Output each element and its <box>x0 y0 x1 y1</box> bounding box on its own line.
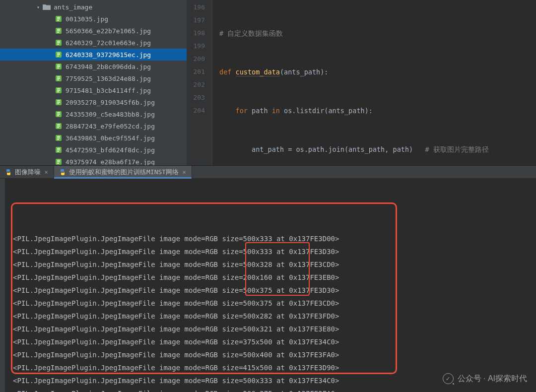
image-file-icon <box>55 134 63 141</box>
python-file-icon <box>59 169 66 176</box>
image-file-icon <box>55 15 63 22</box>
file-tree-item[interactable]: 9715481_b3cb4114ff.jpg <box>0 84 187 96</box>
editor-gutter: 196197198199200201202203204 <box>187 0 212 165</box>
line-number: 196 <box>187 1 205 14</box>
image-file-icon <box>55 99 63 106</box>
run-tabs[interactable]: 图像降噪×使用蚂蚁和蜜蜂的图片训练MINST网络× <box>0 166 536 179</box>
console-line: <PIL.JpegImagePlugin.JpegImageFile image… <box>13 310 536 323</box>
image-file-icon <box>55 75 63 82</box>
file-tree-item[interactable]: 36439863_0bec9f554f.jpg <box>0 132 187 144</box>
image-file-icon <box>55 87 63 94</box>
file-tree-item[interactable]: 6743948_2b8c096dda.jpg <box>0 61 187 72</box>
file-tree-item[interactable]: 6240329_72c01e663e.jpg <box>0 37 187 49</box>
console-line: <PIL.JpegImagePlugin.JpegImageFile image… <box>13 361 536 374</box>
console-line: <PIL.JpegImagePlugin.JpegImageFile image… <box>13 284 536 297</box>
console-line: <PIL.JpegImagePlugin.JpegImageFile image… <box>13 232 536 245</box>
line-number: 203 <box>187 91 205 104</box>
image-file-icon <box>55 111 63 118</box>
image-file-icon <box>55 123 63 130</box>
tab-label: 使用蚂蚁和蜜蜂的图片训练MINST网络 <box>69 168 179 177</box>
image-file-icon <box>55 51 63 58</box>
image-file-icon <box>55 146 63 153</box>
file-label: 45472593_bfd624f8dc.jpg <box>66 146 155 154</box>
close-icon[interactable]: × <box>182 170 187 175</box>
file-label: 7759525_1363d24e88.jpg <box>66 75 151 82</box>
file-tree-item[interactable]: 28847243_e79fe052cd.jpg <box>0 120 187 132</box>
file-tree-item[interactable]: 0013035.jpg <box>0 13 187 25</box>
code-editor[interactable]: 196197198199200201202203204 # 自定义数据集函数 d… <box>187 0 536 165</box>
line-number: 201 <box>187 65 205 78</box>
file-label: 49375974_e28ba6f17e.jpg <box>66 158 155 166</box>
file-tree-item[interactable]: 24335309_c5ea483bb8.jpg <box>0 108 187 120</box>
python-file-icon <box>5 169 12 176</box>
image-file-icon <box>55 27 63 34</box>
console-line: <PIL.JpegImagePlugin.JpegImageFile image… <box>13 348 536 361</box>
image-file-icon <box>55 39 63 46</box>
file-label: 5650366_e22b7e1065.jpg <box>66 27 151 35</box>
watermark-text: 公众号 · AI探索时代 <box>458 374 527 384</box>
upper-pane: ▾ ants_image 0013035.jpg5650366_e22b7e10… <box>0 0 536 166</box>
tool-window: 图像降噪×使用蚂蚁和蜜蜂的图片训练MINST网络× <PIL.JpegImage… <box>0 166 536 392</box>
file-tree-item[interactable]: 6240338_93729615ec.jpg <box>0 49 187 61</box>
file-label: 6240338_93729615ec.jpg <box>66 51 151 59</box>
file-tree-item[interactable]: 49375974_e28ba6f17e.jpg <box>0 156 187 165</box>
line-number: 204 <box>187 104 205 117</box>
file-tree-item[interactable]: 45472593_bfd624f8dc.jpg <box>0 144 187 156</box>
file-label: 9715481_b3cb4114ff.jpg <box>66 87 151 94</box>
file-tree-item[interactable]: 7759525_1363d24e88.jpg <box>0 72 187 84</box>
project-tree[interactable]: ▾ ants_image 0013035.jpg5650366_e22b7e10… <box>0 0 187 165</box>
ide-root: ▾ ants_image 0013035.jpg5650366_e22b7e10… <box>0 0 536 392</box>
chevron-down-icon[interactable]: ▾ <box>35 3 42 10</box>
folder-label: ants_image <box>54 3 92 11</box>
file-tree-item[interactable]: 20935278_9190345f6b.jpg <box>0 96 187 108</box>
tab-label: 图像降噪 <box>15 168 41 177</box>
tool-window-left-gutter <box>0 179 5 392</box>
console-line: <PIL.JpegImagePlugin.JpegImageFile image… <box>13 297 536 310</box>
file-label: 0013035.jpg <box>66 15 108 23</box>
run-tab[interactable]: 使用蚂蚁和蜜蜂的图片训练MINST网络× <box>54 166 192 178</box>
console-line: <PIL.JpegImagePlugin.JpegImageFile image… <box>13 245 536 258</box>
file-tree-item[interactable]: 5650366_e22b7e1065.jpg <box>0 25 187 37</box>
line-number: 197 <box>187 14 205 27</box>
file-label: 36439863_0bec9f554f.jpg <box>66 134 155 142</box>
console-line: <PIL.JpegImagePlugin.JpegImageFile image… <box>13 335 536 348</box>
console-line: <PIL.JpegImagePlugin.JpegImageFile image… <box>13 258 536 271</box>
code-area[interactable]: # 自定义数据集函数 def custom_data(ants_path): f… <box>212 0 536 165</box>
line-number: 200 <box>187 53 205 65</box>
console-line: <PIL.JpegImagePlugin.JpegImageFile image… <box>13 387 536 392</box>
file-label: 24335309_c5ea483bb8.jpg <box>66 111 155 118</box>
line-number: 202 <box>187 78 205 91</box>
run-tab[interactable]: 图像降噪× <box>0 166 54 178</box>
file-label: 6743948_2b8c096dda.jpg <box>66 63 151 70</box>
close-icon[interactable]: × <box>44 170 49 175</box>
code-comment: # 自定义数据集函数 <box>219 29 283 37</box>
line-number: 199 <box>187 40 205 53</box>
console-line: <PIL.JpegImagePlugin.JpegImageFile image… <box>13 323 536 335</box>
console-line: <PIL.JpegImagePlugin.JpegImageFile image… <box>13 271 536 284</box>
folder-ants-image[interactable]: ▾ ants_image <box>0 1 187 13</box>
watermark: ✓ 公众号 · AI探索时代 <box>443 373 527 384</box>
console-output[interactable]: <PIL.JpegImagePlugin.JpegImageFile image… <box>0 179 536 392</box>
file-label: 6240329_72c01e663e.jpg <box>66 39 151 47</box>
image-file-icon <box>55 63 63 70</box>
folder-icon <box>43 3 51 10</box>
image-file-icon <box>55 158 63 165</box>
file-label: 20935278_9190345f6b.jpg <box>66 99 155 106</box>
line-number: 198 <box>187 27 205 40</box>
file-label: 28847243_e79fe052cd.jpg <box>66 123 155 130</box>
wechat-icon: ✓ <box>443 373 454 384</box>
